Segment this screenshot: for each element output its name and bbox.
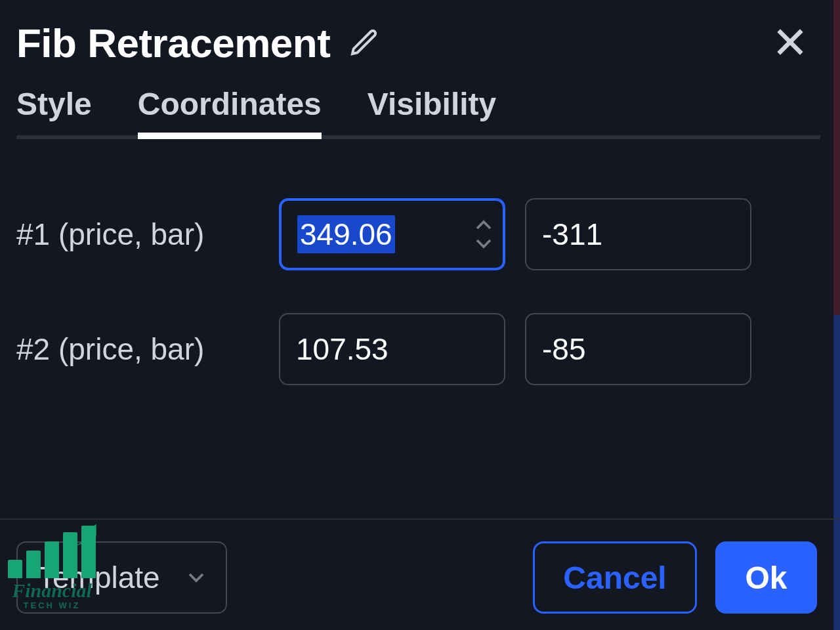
tab-style[interactable]: Style (16, 86, 92, 122)
row-1-price-stepper[interactable] (474, 218, 494, 251)
row-2-bar-input[interactable]: -85 (525, 313, 751, 385)
cancel-button[interactable]: Cancel (533, 541, 697, 614)
row-1-price-input[interactable]: 349.06 (279, 198, 505, 270)
coordinates-content: #1 (price, bar) 349.06 -311 #2 (price, b… (16, 139, 820, 385)
row-2-bar-value: -85 (542, 331, 585, 367)
row-1-price-value: 349.06 (297, 215, 395, 253)
footer-right: Cancel Ok (533, 541, 817, 614)
ok-label: Ok (745, 560, 787, 596)
row-2-price-value: 107.53 (296, 331, 388, 367)
tab-coordinates[interactable]: Coordinates (138, 86, 322, 122)
dialog-header: Fib Retracement (16, 13, 820, 86)
cancel-label: Cancel (563, 560, 666, 596)
chevron-up-icon[interactable] (474, 218, 494, 232)
tab-visibility[interactable]: Visibility (368, 86, 497, 122)
ok-button[interactable]: Ok (715, 541, 817, 614)
close-icon[interactable] (773, 25, 820, 62)
row-1-bar-input[interactable]: -311 (525, 198, 751, 270)
tab-bar: Style Coordinates Visibility (16, 86, 820, 139)
template-label: Template (37, 560, 160, 595)
dialog-title: Fib Retracement (16, 20, 330, 66)
dialog-footer: Template Cancel Ok (0, 525, 840, 630)
chevron-down-icon[interactable] (474, 236, 494, 251)
title-wrap: Fib Retracement (16, 20, 380, 66)
row-2-price-input[interactable]: 107.53 (279, 313, 505, 385)
coordinate-row-1: #1 (price, bar) 349.06 -311 (16, 198, 820, 270)
coordinate-row-2: #2 (price, bar) 107.53 -85 (16, 313, 820, 385)
row-1-bar-value: -311 (542, 217, 602, 252)
fib-retracement-dialog: Fib Retracement Style Coordinates Visibi… (0, 0, 840, 630)
row-1-label: #1 (price, bar) (16, 217, 259, 252)
chevron-down-icon (186, 570, 206, 585)
footer-separator (0, 518, 840, 520)
row-2-label: #2 (price, bar) (16, 331, 259, 367)
edit-icon[interactable] (348, 26, 380, 60)
template-button[interactable]: Template (16, 541, 227, 614)
